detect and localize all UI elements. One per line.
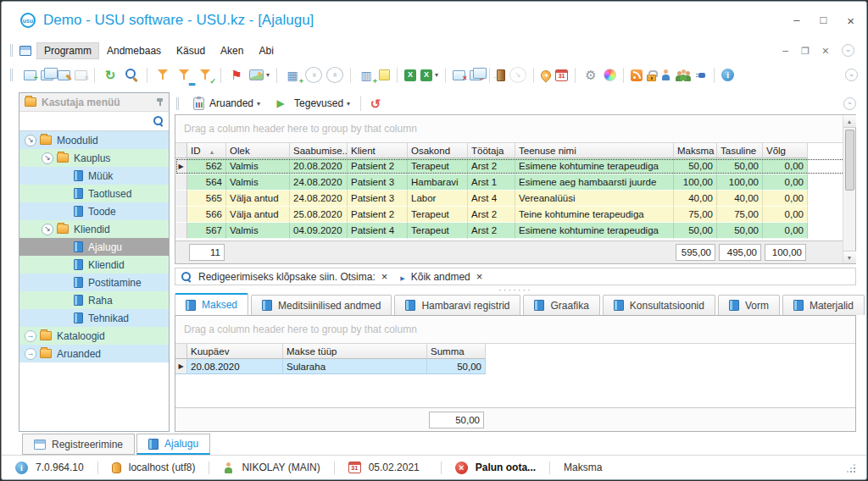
- resize-grip[interactable]: [845, 462, 856, 473]
- scroll-up-icon[interactable]: [843, 115, 856, 128]
- column-header-makse-t-p[interactable]: Makse tüüp: [283, 344, 427, 359]
- expand-icon[interactable]: →: [25, 348, 36, 360]
- exit-icon[interactable]: [497, 69, 505, 81]
- mdi-minimize-button[interactable]: [782, 45, 788, 57]
- tree-item-raha[interactable]: Raha: [19, 291, 169, 309]
- grid-row-20-08-2020[interactable]: 20.08.2020Sularaha50,00: [175, 359, 855, 374]
- tab-maksed[interactable]: Maksed: [175, 293, 248, 315]
- tree-item-moodulid[interactable]: ↘Moodulid: [19, 131, 169, 149]
- excel-import-icon[interactable]: [420, 69, 432, 81]
- add-column-icon[interactable]: ▥+: [358, 67, 375, 83]
- column-header-maksma[interactable]: Maksma: [674, 143, 717, 158]
- pin-icon[interactable]: [156, 97, 164, 107]
- tree-item-kataloogid[interactable]: →Kataloogid: [19, 327, 169, 345]
- search-icon[interactable]: [123, 67, 140, 83]
- reports-menu-button[interactable]: Aruanded: [189, 96, 264, 112]
- calendar-icon[interactable]: [555, 69, 568, 81]
- user-permissions-icon[interactable]: [660, 69, 671, 81]
- plugin-icon[interactable]: [695, 69, 707, 81]
- dropdown-caret-icon[interactable]: [435, 71, 438, 79]
- security-lock-icon[interactable]: [647, 75, 656, 81]
- tree-item-taotlused[interactable]: Taotlused: [19, 185, 169, 202]
- menubar-grip[interactable]: [10, 44, 14, 57]
- scrollbar-thumb[interactable]: [845, 130, 854, 191]
- menu-item-abi[interactable]: Abi: [251, 42, 281, 59]
- tab-meditsiinilised-andmed[interactable]: Meditsiinilised andmed: [251, 295, 392, 315]
- add-record-icon[interactable]: +: [24, 70, 36, 80]
- rss-feed-icon[interactable]: [631, 69, 643, 81]
- actions-grip[interactable]: [176, 97, 180, 110]
- images-menu-icon[interactable]: [249, 69, 264, 80]
- window-tab-ajalugu[interactable]: Ajalugu: [136, 434, 210, 455]
- undo-refresh-icon[interactable]: [367, 96, 384, 112]
- settings-gear-icon[interactable]: ⚙: [582, 67, 599, 83]
- menubar-customize-chevron-icon[interactable]: [842, 44, 854, 57]
- mdi-close-button[interactable]: [822, 44, 829, 58]
- clear-search-icon[interactable]: [381, 271, 388, 283]
- minimize-button[interactable]: [793, 14, 799, 27]
- column-header-osakond[interactable]: Osakond: [408, 143, 468, 158]
- tree-item-kliendid[interactable]: Kliendid: [19, 256, 169, 274]
- grid-row-564[interactable]: 564Valmis24.08.2020Patsient 3HambaraviAr…: [175, 174, 855, 191]
- filter-edit-hint[interactable]: Redigeerimiseks klõpsake siin. Otsima:: [198, 271, 376, 283]
- active-filter-label[interactable]: Kõik andmed: [411, 271, 470, 283]
- payments-group-by-panel[interactable]: Drag a column header here to group by th…: [175, 316, 855, 344]
- column-header-klient[interactable]: Klient: [348, 143, 408, 158]
- menu-item-andmebaas[interactable]: Andmebaas: [99, 42, 169, 59]
- tree-item-tehnikad[interactable]: Tehnikad: [19, 309, 169, 327]
- insert-table-icon[interactable]: ▦+: [284, 67, 301, 83]
- filter-edit-icon[interactable]: ▂: [175, 67, 192, 83]
- grid-row-566[interactable]: 566Välja antud25.08.2020Patsient 2Terape…: [175, 207, 855, 223]
- close-all-windows-icon[interactable]: ×: [470, 70, 482, 80]
- color-wheel-icon[interactable]: [604, 69, 616, 81]
- collapse-all-icon[interactable]: »: [326, 67, 343, 83]
- toolbar-grip[interactable]: [10, 69, 14, 81]
- close-window-icon[interactable]: ×: [453, 70, 465, 80]
- grid-row-562[interactable]: 562Valmis20.08.2020Patsient 2TerapeutArs…: [175, 158, 855, 174]
- maximize-button[interactable]: [820, 14, 826, 27]
- dropdown-caret-icon[interactable]: [266, 71, 270, 79]
- filter-apply-icon[interactable]: ✓: [197, 67, 214, 83]
- activities-menu-button[interactable]: Tegevused: [268, 94, 354, 113]
- expand-all-icon[interactable]: »: [305, 67, 322, 83]
- column-header-kuup-ev[interactable]: Kuupäev: [187, 344, 283, 359]
- tab-hambaravi-registrid[interactable]: Hambaravi registrid: [394, 295, 520, 315]
- mdi-restore-button[interactable]: [801, 45, 810, 57]
- column-header-t-taja[interactable]: Töötaja: [468, 143, 515, 158]
- edit-record-icon[interactable]: ✎: [58, 70, 70, 80]
- user-groups-icon[interactable]: [676, 69, 691, 81]
- tab-materjalid[interactable]: Materjalid: [782, 295, 865, 315]
- map-pin-icon[interactable]: [539, 68, 554, 82]
- refresh-icon[interactable]: ↻: [102, 67, 119, 83]
- scroll-down-icon[interactable]: [843, 251, 856, 263]
- excel-export-icon[interactable]: [404, 69, 416, 81]
- info-icon[interactable]: [721, 69, 734, 81]
- tree-item-toode[interactable]: Toode: [19, 202, 169, 220]
- collapse-icon[interactable]: ↘: [42, 152, 53, 164]
- toolbar-customize-chevron-icon[interactable]: [845, 69, 858, 81]
- window-tab-registreerimine[interactable]: Registreerimine: [22, 434, 135, 455]
- collapse-icon[interactable]: ↘: [25, 135, 36, 147]
- sidebar-search-input[interactable]: [24, 113, 153, 129]
- vertical-scrollbar[interactable]: [843, 115, 855, 263]
- tree-item-kliendid[interactable]: ↘Kliendid: [19, 220, 169, 238]
- actions-customize-chevron-icon[interactable]: [843, 97, 856, 110]
- tree-item-ajalugu[interactable]: Ajalugu: [19, 238, 169, 256]
- column-header-tasuline[interactable]: Tasuline: [717, 143, 763, 158]
- tree-item-aruanded[interactable]: →Aruanded: [19, 345, 169, 362]
- search-icon[interactable]: [153, 115, 164, 127]
- tree-item-m-k[interactable]: Müük: [19, 167, 169, 185]
- menu-item-programm[interactable]: Programm: [36, 42, 99, 59]
- column-header-teenuse-nimi[interactable]: Teenuse nimi: [515, 143, 674, 158]
- menu-item-aken[interactable]: Aken: [213, 42, 251, 59]
- grid-row-567[interactable]: 567Valmis04.09.2020Patsient 4TerapeutArs…: [175, 223, 855, 239]
- close-button[interactable]: [847, 14, 854, 27]
- note-icon[interactable]: [379, 69, 390, 80]
- remove-filter-icon[interactable]: [476, 271, 483, 283]
- tab-vorm[interactable]: Vorm: [718, 295, 780, 315]
- column-header-v-lg[interactable]: Võlg: [763, 143, 808, 158]
- tree-item-postitamine[interactable]: Postitamine: [19, 274, 169, 291]
- group-by-panel[interactable]: Drag a column header here to group by th…: [175, 115, 855, 143]
- flag-icon[interactable]: ⚑: [228, 67, 245, 83]
- column-header-summa[interactable]: Summa: [427, 344, 486, 359]
